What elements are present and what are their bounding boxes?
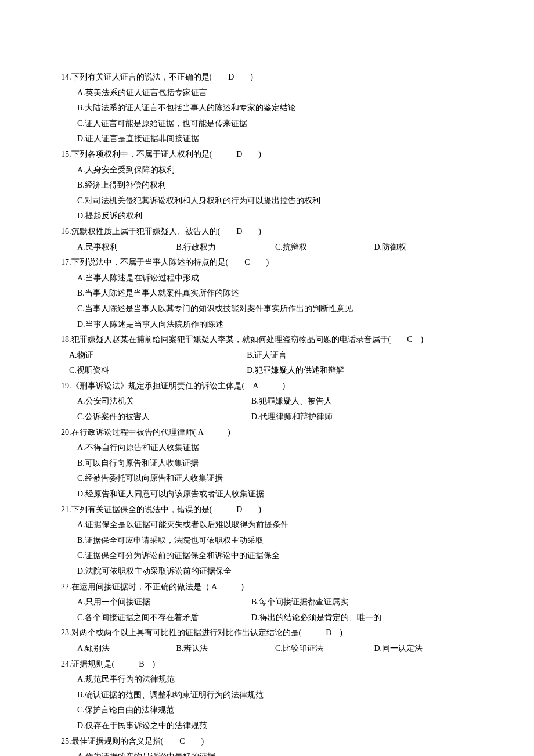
question-22: 22.在运用间接证据时，不正确的做法是（ A ) A.只用一个间接证据 B.每个… [61, 579, 473, 626]
q15-opt-c: C.对司法机关侵犯其诉讼权利和人身权利的行为可以提出控告的权利 [77, 193, 473, 209]
q16-opt-a: A.民事权利 [77, 240, 176, 255]
q23-opt-c: C.比较印证法 [275, 641, 374, 657]
q18-row2: C.视听资料 D.犯罪嫌疑人的供述和辩解 [61, 363, 473, 379]
q17-options: A.当事人陈述是在诉讼过程中形成 B.当事人陈述是当事人就案件真实所作的陈述 C… [61, 271, 473, 332]
q23-opt-d: D.同一认定法 [374, 641, 474, 657]
q22-stem: 22.在运用间接证据时，不正确的做法是（ A ) [61, 579, 473, 595]
q14-opt-a: A.英美法系的证人证言包括专家证言 [77, 85, 473, 101]
q17-opt-c: C.当事人陈述是当事人以其专门的知识或技能对案件事实所作出的判断性意见 [77, 301, 473, 317]
q20-opt-a: A.不得自行向原告和证人收集证据 [77, 440, 473, 456]
q18-opt-a: A.物证 [69, 348, 247, 363]
q25-opt-a: A.作为证据的实物是诉讼中最好的证据 [77, 749, 473, 756]
q24-opt-d: D.仅存在于民事诉讼之中的法律规范 [77, 718, 473, 734]
q17-opt-d: D.当事人陈述是当事人向法院所作的陈述 [77, 317, 473, 333]
q22-opt-a: A.只用一个间接证据 [77, 595, 251, 610]
q19-opt-c: C.公诉案件的被害人 [77, 409, 251, 425]
q25-options: A.作为证据的实物是诉讼中最好的证据 [61, 749, 473, 756]
q19-opt-a: A.公安司法机关 [77, 394, 251, 409]
q15-opt-a: A.人身安全受到保障的权利 [77, 163, 473, 178]
q23-opt-a: A.甄别法 [77, 641, 176, 657]
q21-options: A.证据保全是以证据可能灭失或者以后难以取得为前提条件 B.证据保全可应申请采取… [61, 517, 473, 579]
document-page: 14.下列有关证人证言的说法，不正确的是( D ) A.英美法系的证人证言包括专… [0, 0, 534, 756]
q25-stem: 25.最佳证据规则的含义是指( C ) [61, 734, 473, 750]
question-18: 18.犯罪嫌疑人赵某在捕前给同案犯罪嫌疑人李某，就如何处理盗窃物品问题的电话录音… [61, 332, 473, 379]
q16-opt-b: B.行政权力 [176, 240, 276, 255]
q14-stem: 14.下列有关证人证言的说法，不正确的是( D ) [61, 70, 473, 85]
q18-stem: 18.犯罪嫌疑人赵某在捕前给同案犯罪嫌疑人李某，就如何处理盗窃物品问题的电话录音… [61, 332, 473, 348]
q22-opt-d: D.得出的结论必须是肯定的、唯一的 [251, 610, 465, 626]
q17-stem: 17.下列说法中，不属于当事人陈述的特点的是( C ) [61, 255, 473, 271]
question-24: 24.证据规则是( B ) A.规范民事行为的法律规范 B.确认证据的范围、调整… [61, 657, 473, 734]
q16-opt-c: C.抗辩权 [275, 240, 374, 255]
q16-opt-d: D.防御权 [374, 240, 474, 255]
question-20: 20.在行政诉讼过程中被告的代理律师( A ) A.不得自行向原告和证人收集证据… [61, 425, 473, 502]
q16-stem: 16.沉默权性质上属于犯罪嫌疑人、被告人的( D ) [61, 224, 473, 240]
question-23: 23.对两个或两个以上具有可比性的证据进行对比作出认定结论的是( D ) A.甄… [61, 625, 473, 656]
q21-stem: 21.下列有关证据保全的说法中，错误的是( D ) [61, 502, 473, 518]
q19-opt-b: B.犯罪嫌疑人、被告人 [251, 394, 465, 409]
question-16: 16.沉默权性质上属于犯罪嫌疑人、被告人的( D ) A.民事权利 B.行政权力… [61, 224, 473, 255]
q22-opt-c: C.各个间接证据之间不存在着矛盾 [77, 610, 251, 626]
q20-options: A.不得自行向原告和证人收集证据 B.可以自行向原告和证人收集证据 C.经被告委… [61, 440, 473, 502]
q20-opt-c: C.经被告委托可以向原告和证人收集证据 [77, 471, 473, 487]
q19-row1: A.公安司法机关 B.犯罪嫌疑人、被告人 [61, 394, 473, 409]
q20-stem: 20.在行政诉讼过程中被告的代理律师( A ) [61, 425, 473, 441]
q24-options: A.规范民事行为的法律规范 B.确认证据的范围、调整和约束证明行为的法律规范 C… [61, 672, 473, 733]
q18-row1: A.物证 B.证人证言 [61, 348, 473, 363]
q20-opt-b: B.可以自行向原告和证人收集证据 [77, 456, 473, 471]
q22-row1: A.只用一个间接证据 B.每个间接证据都查证属实 [61, 595, 473, 610]
question-21: 21.下列有关证据保全的说法中，错误的是( D ) A.证据保全是以证据可能灭失… [61, 502, 473, 579]
q22-opt-b: B.每个间接证据都查证属实 [251, 595, 465, 610]
q15-opt-d: D.提起反诉的权利 [77, 208, 473, 224]
q24-opt-b: B.确认证据的范围、调整和约束证明行为的法律规范 [77, 687, 473, 703]
q15-opt-b: B.经济上得到补偿的权利 [77, 178, 473, 193]
q19-opt-d: D.代理律师和辩护律师 [251, 409, 465, 425]
q24-stem: 24.证据规则是( B ) [61, 657, 473, 672]
q24-opt-c: C.保护言论自由的法律规范 [77, 703, 473, 718]
q14-options: A.英美法系的证人证言包括专家证言 B.大陆法系的证人证言不包括当事人的陈述和专… [61, 85, 473, 147]
q21-opt-d: D.法院可依职权主动采取诉讼前的证据保全 [77, 564, 473, 579]
q21-opt-a: A.证据保全是以证据可能灭失或者以后难以取得为前提条件 [77, 517, 473, 533]
q23-opt-b: B.辨认法 [176, 641, 276, 657]
q23-options: A.甄别法 B.辨认法 C.比较印证法 D.同一认定法 [61, 641, 473, 657]
question-14: 14.下列有关证人证言的说法，不正确的是( D ) A.英美法系的证人证言包括专… [61, 70, 473, 147]
question-25: 25.最佳证据规则的含义是指( C ) A.作为证据的实物是诉讼中最好的证据 [61, 734, 473, 756]
q14-opt-d: D.证人证言是直接证据非间接证据 [77, 131, 473, 147]
q18-opt-b: B.证人证言 [247, 348, 465, 363]
q22-row2: C.各个间接证据之间不存在着矛盾 D.得出的结论必须是肯定的、唯一的 [61, 610, 473, 626]
q15-stem: 15.下列各项权利中，不属于证人权利的是( D ) [61, 147, 473, 163]
q15-options: A.人身安全受到保障的权利 B.经济上得到补偿的权利 C.对司法机关侵犯其诉讼权… [61, 163, 473, 224]
q20-opt-d: D.经原告和证人同意可以向该原告或者证人收集证据 [77, 487, 473, 502]
q23-stem: 23.对两个或两个以上具有可比性的证据进行对比作出认定结论的是( D ) [61, 625, 473, 641]
question-15: 15.下列各项权利中，不属于证人权利的是( D ) A.人身安全受到保障的权利 … [61, 147, 473, 224]
q17-opt-b: B.当事人陈述是当事人就案件真实所作的陈述 [77, 286, 473, 301]
q18-opt-c: C.视听资料 [69, 363, 247, 379]
q17-opt-a: A.当事人陈述是在诉讼过程中形成 [77, 271, 473, 286]
q19-row2: C.公诉案件的被害人 D.代理律师和辩护律师 [61, 409, 473, 425]
q18-opt-d: D.犯罪嫌疑人的供述和辩解 [247, 363, 465, 379]
question-17: 17.下列说法中，不属于当事人陈述的特点的是( C ) A.当事人陈述是在诉讼过… [61, 255, 473, 332]
question-19: 19.《刑事诉讼法》规定承担证明责任的诉讼主体是( A ) A.公安司法机关 B… [61, 379, 473, 425]
q21-opt-c: C.证据保全可分为诉讼前的证据保全和诉讼中的证据保全 [77, 548, 473, 564]
q14-opt-c: C.证人证言可能是原始证据，也可能是传来证据 [77, 116, 473, 132]
q24-opt-a: A.规范民事行为的法律规范 [77, 672, 473, 687]
q16-options: A.民事权利 B.行政权力 C.抗辩权 D.防御权 [61, 240, 473, 255]
q19-stem: 19.《刑事诉讼法》规定承担证明责任的诉讼主体是( A ) [61, 379, 473, 394]
q14-opt-b: B.大陆法系的证人证言不包括当事人的陈述和专家的鉴定结论 [77, 100, 473, 116]
q21-opt-b: B.证据保全可应申请采取，法院也可依职权主动采取 [77, 533, 473, 549]
